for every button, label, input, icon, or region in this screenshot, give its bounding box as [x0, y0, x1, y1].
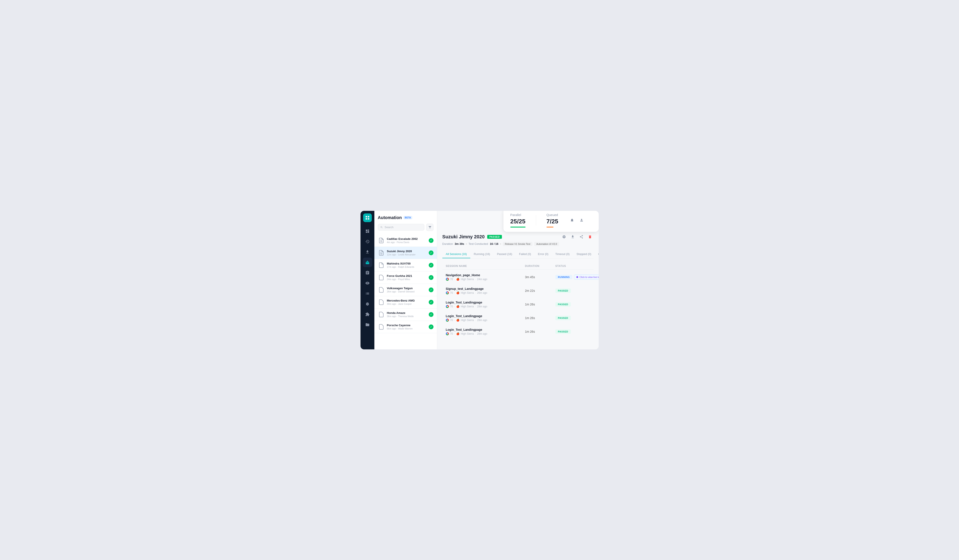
stats-divider — [536, 215, 536, 225]
session-meta: 70 · 🍎 High Sierra · 28m ago — [446, 305, 525, 308]
meta-separator — [466, 243, 467, 244]
list-item[interactable]: Volkswagen Taigun 26m ago · Darrell Stew… — [374, 284, 437, 296]
tab-stopped[interactable]: Stopped (0) — [573, 250, 595, 258]
eye-icon — [365, 281, 370, 285]
table-row[interactable]: Login_Test_Landingpage 70 · 🍎 High Sierr… — [442, 311, 594, 325]
sidebar-item-history[interactable] — [363, 237, 372, 247]
table-row[interactable]: Login_Test_Landingpage 70 · 🍎 High Sierr… — [442, 325, 594, 339]
tab-others[interactable]: Others (0) — [595, 250, 599, 258]
build-status-passed: ✓ — [429, 250, 433, 255]
session-info: Login_Test_Landingpage 70 · 🍎 High Sierr… — [446, 328, 525, 335]
session-meta: 70 · 🍎 High Sierra · 28m ago — [446, 332, 525, 335]
tab-failed[interactable]: Failed (0) — [516, 250, 534, 258]
list-item[interactable]: Honda Amaze 36m ago · Theresa Webb ✓ — [374, 309, 437, 321]
notifications-button[interactable] — [569, 217, 575, 224]
search-input[interactable] — [385, 226, 422, 229]
meta-separator-2 — [500, 243, 501, 244]
build-file-icon — [378, 250, 384, 256]
stats-card: Parallel 25/25 Queued 7/25 — [503, 211, 599, 232]
build-meta: 4m ago · Fiona Davis — [387, 241, 427, 243]
status-badge-passed: PASSED — [555, 302, 571, 307]
queued-label: Queued — [546, 213, 558, 217]
sidebar-item-files[interactable] — [363, 320, 372, 329]
page-title-text: Automation — [378, 215, 402, 220]
list-icon — [365, 291, 370, 296]
logo[interactable] — [363, 213, 372, 222]
tab-running[interactable]: Running (16) — [470, 250, 494, 258]
sessions-table: Session Name Duration Status Navigation_… — [442, 263, 594, 339]
session-name: Login_Test_Landingpage — [446, 301, 525, 304]
build-icon — [378, 286, 385, 293]
share-button[interactable] — [578, 233, 585, 240]
test-conducted-value: 16 / 16 — [490, 242, 499, 245]
build-info: Mahindra XUV700 17m ago · Ralph Edwards — [387, 262, 427, 268]
tab-timeout[interactable]: Timeout (0) — [552, 250, 573, 258]
status-badge-passed: PASSED — [555, 288, 571, 293]
table-row[interactable]: Login_Test_Landingpage 70 · 🍎 High Sierr… — [442, 298, 594, 311]
build-detail-actions — [561, 233, 594, 240]
search-icon — [380, 226, 383, 229]
user-button[interactable] — [578, 217, 585, 224]
session-info: Login_Test_Landingpage 70 · 🍎 High Sierr… — [446, 301, 525, 308]
sidebar-item-upload[interactable] — [363, 247, 372, 257]
apple-icon: 🍎 — [456, 291, 459, 294]
chrome-icon — [446, 332, 449, 335]
build-info: Honda Amaze 36m ago · Theresa Webb — [387, 311, 427, 318]
sessions-table-header: Session Name Duration Status — [442, 263, 594, 269]
filter-button[interactable] — [426, 224, 433, 231]
apple-icon: 🍎 — [456, 278, 459, 280]
list-item[interactable]: Mercedes-Benz AMG 30m ago · Jane Cooper … — [374, 296, 437, 309]
apple-icon: 🍎 — [456, 332, 459, 335]
session-duration: 3m 45s — [525, 275, 555, 279]
table-row[interactable]: Navigation_page_Home 70 · 🍎 High Sierra … — [442, 270, 594, 284]
content-panel: Parallel 25/25 Queued 7/25 — [437, 211, 599, 349]
search-box — [378, 224, 424, 231]
download-button[interactable] — [569, 233, 576, 240]
build-file-icon — [378, 312, 384, 318]
header-status: Status — [555, 264, 590, 267]
session-age: 28m ago — [477, 319, 487, 322]
status-badge-passed: PASSED — [555, 329, 571, 334]
build-file-icon — [378, 274, 384, 280]
list-item[interactable]: Mahindra XUV700 17m ago · Ralph Edwards … — [374, 259, 437, 272]
build-meta: 26m ago · Darrell Steward — [387, 290, 427, 293]
build-icon — [378, 323, 385, 330]
sidebar-item-automation[interactable] — [363, 258, 372, 267]
os-name: High Sierra — [461, 291, 474, 294]
session-info: Login_Test_Landingpage 70 · 🍎 High Sierr… — [446, 314, 525, 322]
list-item[interactable]: Cadillac Escalade 2002 4m ago · Fiona Da… — [374, 234, 437, 247]
sidebar-item-spy[interactable] — [363, 278, 372, 288]
build-passed-badge: PASSED — [487, 235, 502, 239]
build-status-passed: ✓ — [429, 325, 433, 329]
session-status: PASSED — [555, 288, 590, 293]
build-info: Suzuki Jimny 2020 12m ago · Leslie Alexa… — [387, 250, 427, 256]
tab-error[interactable]: Error (0) — [534, 250, 552, 258]
delete-button[interactable] — [586, 233, 594, 240]
table-row[interactable]: Signup_test_Landingpage 70 · 🍎 High Sier… — [442, 284, 594, 298]
settings-button[interactable] — [561, 233, 567, 240]
sidebar-item-reports[interactable] — [363, 268, 372, 277]
sidebar-item-dashboard[interactable] — [363, 226, 372, 236]
chrome-icon — [446, 278, 449, 281]
sidebar-item-logs[interactable] — [363, 289, 372, 298]
status-badge-passed: PASSED — [555, 316, 571, 320]
tab-passed[interactable]: Passed (16) — [494, 250, 516, 258]
sidebar-item-integrations[interactable] — [363, 310, 372, 319]
parallel-stats: Parallel 25/25 — [510, 213, 526, 228]
settings-icon — [562, 235, 566, 239]
queued-bar — [546, 227, 554, 228]
page-title: Automation BETA — [378, 215, 433, 220]
os-name: High Sierra — [461, 278, 474, 281]
list-item[interactable]: Suzuki Jimny 2020 12m ago · Leslie Alexa… — [374, 247, 437, 259]
session-name: Login_Test_Landingpage — [446, 314, 525, 318]
build-icon — [378, 262, 385, 269]
sidebar-item-debug[interactable] — [363, 299, 372, 309]
build-file-icon — [378, 324, 384, 330]
live-test-button[interactable]: Click to view live test — [574, 274, 599, 280]
build-meta: 24m ago · Floyd Miles — [387, 278, 427, 280]
tab-all-sessions[interactable]: All Sessions (16) — [442, 250, 470, 258]
list-item[interactable]: Force Gurkha 2021 24m ago · Floyd Miles … — [374, 272, 437, 284]
session-name: Login_Test_Landingpage — [446, 328, 525, 331]
list-header: Automation BETA — [374, 215, 437, 234]
list-item[interactable]: Porsche Cayenne 56m ago · Wade Warren ✓ — [374, 321, 437, 333]
